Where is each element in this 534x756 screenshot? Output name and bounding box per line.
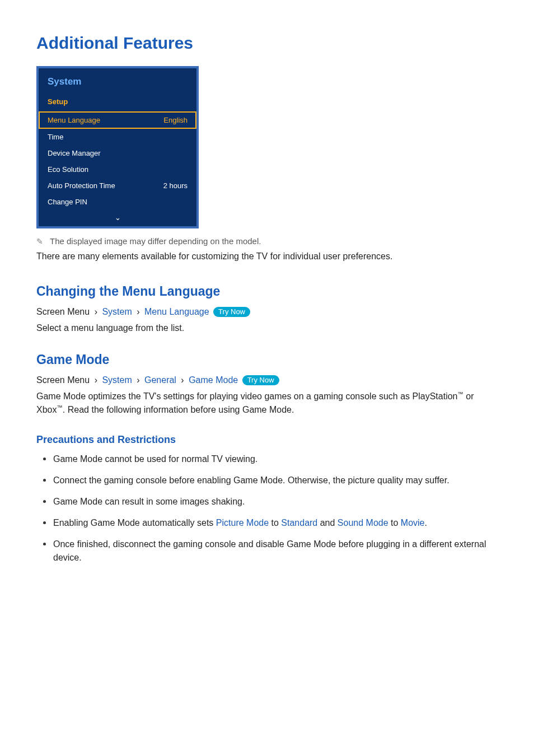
text-fragment: . Read the following information before … [63, 405, 294, 414]
text-fragment: . [425, 518, 427, 528]
list-item: Game Mode can result in some images shak… [53, 495, 498, 508]
chevron-down-icon[interactable]: ⌄ [39, 210, 196, 226]
list-item: Game Mode cannot be used for normal TV v… [53, 452, 498, 466]
heading-changing-menu-language: Changing the Menu Language [36, 284, 498, 299]
link-picture-mode[interactable]: Picture Mode [216, 518, 269, 528]
link-movie[interactable]: Movie [401, 518, 425, 528]
menu-row-change-pin[interactable]: Change PIN [39, 194, 196, 210]
breadcrumb-separator: › [134, 375, 142, 385]
note: ✎ The displayed image may differ dependi… [36, 236, 498, 246]
system-menu-panel: System Setup Menu Language English Time … [36, 66, 199, 228]
breadcrumb-changing-lang: Screen Menu › System › Menu Language Try… [36, 307, 498, 317]
text-fragment: to [388, 518, 401, 528]
menu-row-value: English [163, 116, 188, 124]
breadcrumb-prefix: Screen Menu [36, 375, 90, 385]
breadcrumb-link-general[interactable]: General [144, 375, 176, 385]
intro-text: There are many elements available for cu… [36, 251, 498, 262]
menu-row-label: Eco Solution [48, 165, 88, 174]
menu-row-time[interactable]: Time [39, 129, 196, 145]
changing-lang-body: Select a menu language from the list. [36, 321, 498, 334]
breadcrumb-link-game-mode[interactable]: Game Mode [189, 375, 238, 385]
breadcrumb-separator: › [92, 307, 100, 316]
heading-game-mode: Game Mode [36, 352, 498, 367]
breadcrumb-link-system[interactable]: System [102, 375, 132, 385]
menu-row-eco-solution[interactable]: Eco Solution [39, 161, 196, 178]
text-fragment: Game Mode optimizes the TV's settings fo… [36, 392, 458, 402]
menu-header: System [39, 68, 196, 93]
text-fragment: and [317, 518, 338, 528]
page-root: Additional Features System Setup Menu La… [0, 0, 534, 606]
try-now-button[interactable]: Try Now [242, 375, 279, 385]
breadcrumb-link-menu-language[interactable]: Menu Language [144, 307, 209, 316]
breadcrumb-link-system[interactable]: System [102, 307, 132, 316]
menu-row-label: Auto Protection Time [48, 181, 115, 190]
menu-row-label: Menu Language [48, 116, 100, 124]
menu-section-label: Setup [39, 93, 196, 111]
link-standard[interactable]: Standard [281, 518, 317, 528]
menu-row-label: Device Manager [48, 149, 101, 157]
menu-row-label: Change PIN [48, 198, 87, 206]
page-title: Additional Features [36, 34, 498, 53]
note-text: The displayed image may differ depending… [50, 236, 261, 246]
menu-row-device-manager[interactable]: Device Manager [39, 145, 196, 161]
text-fragment: to [269, 518, 281, 528]
breadcrumb-prefix: Screen Menu [36, 307, 90, 316]
menu-row-auto-protection-time[interactable]: Auto Protection Time 2 hours [39, 178, 196, 194]
list-item: Connect the gaming console before enabli… [53, 474, 498, 487]
trademark-icon: ™ [458, 391, 463, 397]
list-item: Once finished, disconnect the gaming con… [53, 538, 498, 564]
menu-row-label: Time [48, 133, 63, 141]
link-sound-mode[interactable]: Sound Mode [338, 518, 388, 528]
breadcrumb-separator: › [134, 307, 142, 316]
breadcrumb-separator: › [92, 375, 100, 385]
trademark-icon: ™ [57, 404, 62, 410]
precautions-list: Game Mode cannot be used for normal TV v… [36, 452, 498, 564]
try-now-button[interactable]: Try Now [213, 307, 250, 317]
pencil-icon: ✎ [36, 236, 43, 245]
text-fragment: Enabling Game Mode automatically sets [53, 518, 216, 528]
breadcrumb-separator: › [179, 375, 186, 385]
breadcrumb-game-mode: Screen Menu › System › General › Game Mo… [36, 375, 498, 385]
menu-row-value: 2 hours [163, 181, 188, 190]
game-mode-body: Game Mode optimizes the TV's settings fo… [36, 390, 498, 416]
list-item: Enabling Game Mode automatically sets Pi… [53, 516, 498, 530]
heading-precautions: Precautions and Restrictions [36, 434, 498, 446]
menu-row-menu-language[interactable]: Menu Language English [39, 111, 196, 129]
